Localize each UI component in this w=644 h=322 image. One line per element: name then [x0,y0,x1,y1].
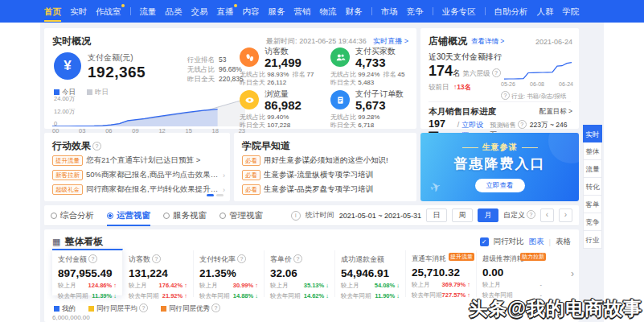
shop-detail-link[interactable]: 查看详情 > [471,37,504,47]
industry-label: 行业: 书籍/杂志/报纸 [501,91,566,101]
shop-title: 店铺概况 [429,35,467,48]
nav-item-live[interactable]: 直播 [217,0,234,23]
goal-title: 本月销售目标进度 [429,106,496,118]
period-custom-button[interactable]: 自定义 [503,210,535,221]
dot-active[interactable] [207,194,214,196]
period-week-button[interactable]: 周 [452,208,473,222]
legend-mine[interactable]: 我的 [54,304,76,314]
help-icon [518,120,527,129]
paper-plane-icon: ✈ [428,178,443,196]
chevron-right-icon: › [223,186,225,194]
action-item[interactable]: 提升流量 您有21个直通车计划已达日预算 > [52,155,225,166]
metric-pay-suborders[interactable]: 支付子订单数 5,673 无线占比 99.28% 昨日全天 6,718 [330,89,420,127]
nav-item-business-zone[interactable]: 业务专区 [442,0,476,23]
board-chart-legend: 我的 同行同层平均 同行同层优秀 [54,303,220,314]
nav-item-war-room[interactable]: 作战室 [96,0,121,23]
payment-amount-value: 192,365 [88,64,146,81]
buyers-icon [330,47,350,67]
action-badge: 提升流量 [52,155,83,166]
carousel-dots[interactable] [207,194,224,196]
rail-item-realtime[interactable]: 实时 [583,125,602,142]
tab-service-view[interactable]: 服务视窗 [163,205,207,226]
banner-decoration [548,133,579,163]
metric-card-refund[interactable]: 成功退款金额 54,946.91 较上月54.08% ↓ 较去年同期11.90%… [335,250,406,297]
action-item[interactable]: 超级礼金 同行商家都在报名,平均转化效果提升超20%,快速打... › [52,184,225,195]
legend-yesterday[interactable]: 昨日 [87,88,109,97]
nav-item-audience[interactable]: 人群 [537,0,554,23]
rail-item-conversion[interactable]: 转化 [583,178,602,196]
tab-overall-analysis[interactable]: 综合分析 [51,205,94,226]
nav-item-home[interactable]: 首页 [44,0,61,23]
visitor-icon [240,47,259,67]
realtime-title: 实时概况 [52,35,91,48]
banner-cta-button[interactable]: 立即查看 [475,179,525,192]
legend-peer-average[interactable]: 同行同层平均 [88,303,148,314]
help-icon [88,254,97,263]
legend-peer-excellent[interactable]: 同行同层优秀 [161,303,220,314]
y-tick-zero: 0 [54,120,57,127]
dot[interactable] [216,194,224,196]
action-badge: 超级礼金 [52,184,83,195]
metric-visitors[interactable]: 访客数 21,499 无线占比 98.93%排名 77 昨日全天 26,112 [240,46,330,85]
nav-item-category[interactable]: 品类 [166,0,183,23]
cards-next-arrow[interactable]: › [571,268,574,279]
period-day-button[interactable]: 日 [426,208,447,222]
nav-divider [433,7,433,15]
metric-pay-buyers[interactable]: 支付买家数 4,733 无线占比 99.24%排名 45 昨日全天 5,483 [330,46,420,85]
prev-period-button[interactable]: ‹ [540,208,554,222]
metric-card-payment[interactable]: 支付金额 897,955.49 较上月124.86% ↑ 较去年同期11.39%… [52,249,123,295]
metric-card-conversion[interactable]: 支付转化率 21.35% 较上月30.99% ↑ 较去年同期14.88% ↓ [194,250,265,297]
period-month-button[interactable]: 月 [478,208,498,222]
nav-item-service[interactable]: 服务 [269,0,285,23]
y-tick-mid: 12.00万 [54,108,75,116]
rail-item-competition[interactable]: 竞争 [583,213,602,231]
realtime-live-link[interactable]: 实时直播 > [373,37,408,45]
nav-item-marketing[interactable]: 营销 [294,0,311,23]
legend-yesterday-swatch [87,89,92,95]
nav-item-traffic[interactable]: 流量 [140,0,157,23]
next-period-button[interactable]: › [559,208,572,222]
metric-pageviews[interactable]: 浏览量 86,982 无线占比 99.40% 昨日全天 107,228 [240,89,330,127]
goal-config-link[interactable]: 配置目标 > [539,107,572,117]
tab-management-view[interactable]: 管理视窗 [219,205,263,226]
nav-item-academy[interactable]: 学院 [563,0,580,23]
tab-operation-view[interactable]: 运营视窗 [107,205,150,226]
metric-card-visitors[interactable]: 访客数 131,224 较上月176.42% ↑ 较去年同期21.92% ↑ [123,250,194,297]
legend-today-swatch [54,89,59,95]
nav-item-market[interactable]: 市场 [381,0,398,23]
peer-compare-checkbox[interactable]: ✓ [480,237,489,246]
nav-item-content[interactable]: 内容 [243,0,260,23]
view-chart-link[interactable]: 图表 [529,237,544,247]
nav-item-trade[interactable]: 交易 [191,0,208,23]
academy-title: 学院早知道 [242,139,290,153]
nav-item-competition[interactable]: 竞争 [407,0,424,23]
rail-item-avg-order[interactable]: 客单 [583,196,602,213]
help-icon [527,210,535,219]
academy-item[interactable]: 必看 用好生意参谋必须知道的这些小知识! [242,155,412,166]
rail-item-overall[interactable]: 整体 [583,142,602,160]
nav-item-finance[interactable]: 财务 [346,0,363,23]
nav-item-self-analysis[interactable]: 自助分析 [494,0,528,23]
metric-card-super-rec-cost[interactable]: 超级推荐消耗 助力拉新 0.00 较上月- 较去年同期- [477,250,548,297]
rail-item-industry[interactable]: 行业 [583,231,602,249]
metric-card-ztc-cost[interactable]: 直通车消耗 提升流量 25,710.32 较上月369.79% ↑ 较去年同期7… [406,250,477,297]
help-icon [293,254,302,263]
promo-banner[interactable]: 生意参谋 普惠降费入口 立即查看 ✈ [420,133,579,201]
board-y-axis-tick: 6,000,000.00 [52,314,90,321]
help-icon [501,91,510,100]
nav-item-logistics[interactable]: 物流 [320,0,337,23]
action-title: 行动效果 [52,139,91,153]
rank-chart-ticks: 05-2606-0806-24 [501,81,573,87]
nav-item-realtime[interactable]: 实时 [70,0,87,23]
rail-item-traffic[interactable]: 流量 [583,160,602,178]
academy-item[interactable]: 必看 生意参谋-流量纵横专项学习培训 [242,170,412,180]
academy-item[interactable]: 必看 生意参谋-品类罗盘专项学习培训 [242,184,412,195]
notification-dot-icon [121,4,125,7]
rank-title: 近30天支付金额排行 [429,52,502,63]
y-tick-top: 24.00万 [54,95,75,103]
view-table-link[interactable]: 表格 [556,237,571,247]
action-item[interactable]: 新客拉新 50%商家都已报名,商品平均点击效果提升30%,快速... › [52,170,225,180]
promo-badge: 提升流量 [449,253,474,261]
divider [429,101,571,102]
metric-card-avg-order[interactable]: 客单价 32.06 较上月35.13% ↓ 较去年同期14.62% ↓ [265,250,335,297]
